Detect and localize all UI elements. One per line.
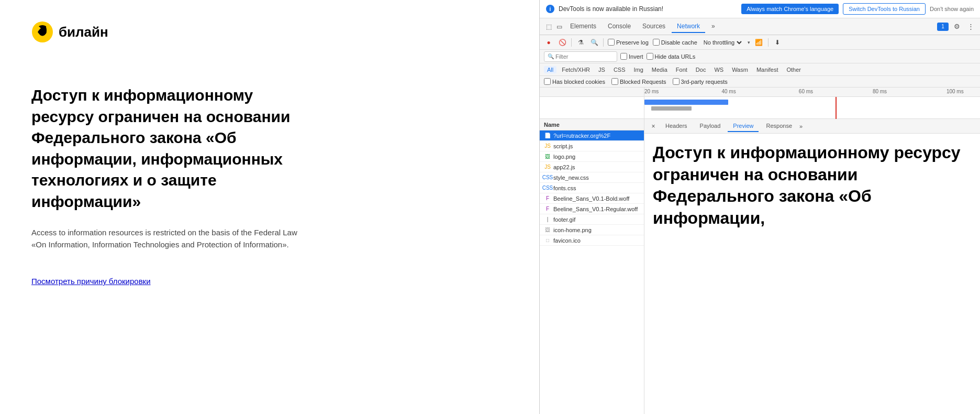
- main-page: билайн Доступ к информационному ресурсу …: [0, 0, 539, 414]
- waterfall-bars-row: [540, 97, 980, 119]
- network-list-item[interactable]: 🖼 icon-home.png: [540, 225, 644, 235]
- img-icon: 🖼: [544, 153, 551, 160]
- type-filter-other[interactable]: Other: [783, 66, 804, 73]
- tab-preview[interactable]: Preview: [728, 121, 759, 132]
- tab-sources[interactable]: Sources: [637, 20, 671, 33]
- network-toolbar: ● 🚫 ⚗ 🔍 Preserve log Disable cache No th…: [540, 35, 980, 50]
- filter-input-box[interactable]: 🔍: [544, 51, 617, 62]
- file-list-header: Name: [540, 119, 644, 130]
- preserve-log-label[interactable]: Preserve log: [608, 39, 649, 46]
- network-list-item[interactable]: 📄 ?url=rutracker.org%2F: [540, 130, 644, 141]
- clear-button[interactable]: 🚫: [558, 38, 567, 47]
- type-filter-fetch-xhr[interactable]: Fetch/XHR: [559, 66, 593, 73]
- view-reason-link[interactable]: Посмотреть причину блокировки: [31, 277, 151, 286]
- notification-badge[interactable]: 1: [937, 23, 949, 31]
- gif-icon: |: [544, 216, 551, 223]
- network-list-item[interactable]: CSS style_new.css: [540, 172, 644, 183]
- tab-more[interactable]: »: [706, 20, 720, 33]
- throttle-dropdown-icon: ▾: [748, 40, 750, 45]
- toolbar-separator-2: [603, 38, 604, 47]
- inspect-element-button[interactable]: ⬚: [544, 22, 553, 31]
- third-party-requests-checkbox[interactable]: [673, 78, 680, 85]
- main-content: Доступ к информационному ресурсу огранич…: [31, 74, 508, 297]
- beeline-logo: билайн: [31, 21, 508, 43]
- css-icon: CSS: [544, 174, 551, 181]
- tab-console[interactable]: Console: [603, 20, 636, 33]
- notification-text: DevTools is now available in Russian!: [559, 5, 737, 13]
- beeline-logo-text: билайн: [59, 24, 108, 40]
- type-filter-doc[interactable]: Doc: [693, 66, 709, 73]
- invert-filter-label[interactable]: Invert: [620, 53, 643, 60]
- disable-cache-label[interactable]: Disable cache: [653, 39, 697, 46]
- network-list-item[interactable]: | footer.gif: [540, 214, 644, 225]
- main-title-ru: Доступ к информационному ресурсу огранич…: [31, 85, 314, 212]
- network-list-item[interactable]: F Beeline_Sans_V0.1-Bold.woff: [540, 193, 644, 204]
- preserve-log-checkbox[interactable]: [608, 39, 615, 46]
- tab-response[interactable]: Response: [761, 121, 797, 132]
- file-name-rutracker: ?url=rutracker.org%2F: [553, 133, 642, 139]
- waterfall-timeline-header: 20 ms 40 ms 60 ms 80 ms 100 ms: [644, 88, 980, 96]
- network-list-item[interactable]: JS app22.js: [540, 162, 644, 172]
- wifi-icon[interactable]: 📶: [754, 38, 764, 47]
- type-filter-font[interactable]: Font: [673, 66, 691, 73]
- filter-search-icon: 🔍: [548, 53, 554, 59]
- tick-60ms: 60 ms: [799, 89, 813, 94]
- search-icon[interactable]: 🔍: [589, 38, 599, 47]
- type-filter-manifest[interactable]: Manifest: [753, 66, 782, 73]
- tab-network[interactable]: Network: [672, 20, 705, 33]
- preview-title-ru: Доступ к информационному ресурсу огранич…: [653, 142, 972, 229]
- file-name-icon-home: icon-home.png: [553, 227, 642, 233]
- hide-data-urls-label[interactable]: Hide data URLs: [647, 53, 696, 60]
- throttle-select[interactable]: No throttling: [701, 39, 743, 46]
- preview-tab-more[interactable]: »: [799, 123, 803, 129]
- tick-20ms: 20 ms: [644, 89, 659, 94]
- device-toolbar-button[interactable]: ▭: [554, 22, 564, 31]
- js-icon: JS: [544, 143, 551, 150]
- hide-data-urls-checkbox[interactable]: [647, 53, 653, 60]
- close-preview-button[interactable]: ×: [649, 122, 658, 131]
- type-filter-media[interactable]: Media: [649, 66, 671, 73]
- img-icon-2: 🖼: [544, 226, 551, 234]
- file-name-logopng: logo.png: [553, 154, 642, 160]
- match-language-button[interactable]: Always match Chrome's language: [741, 4, 839, 14]
- waterfall-bar-2: [651, 106, 692, 111]
- file-name-stylenew: style_new.css: [553, 175, 642, 181]
- name-column-header: Name: [544, 122, 560, 128]
- network-list-item[interactable]: JS script.js: [540, 141, 644, 151]
- switch-russian-button[interactable]: Switch DevTools to Russian: [843, 3, 926, 15]
- has-blocked-cookies-label[interactable]: Has blocked cookies: [544, 78, 605, 85]
- network-list-item[interactable]: □ favicon.ico: [540, 235, 644, 246]
- filter-input[interactable]: [555, 53, 614, 60]
- tab-headers[interactable]: Headers: [660, 121, 693, 132]
- font-icon-1: F: [544, 195, 551, 202]
- network-list-item[interactable]: CSS fonts.css: [540, 183, 644, 193]
- network-list-item[interactable]: 🖼 logo.png: [540, 151, 644, 162]
- blocked-requests-checkbox[interactable]: [611, 78, 618, 85]
- invert-checkbox[interactable]: [620, 53, 627, 60]
- third-party-requests-label[interactable]: 3rd-party requests: [673, 78, 728, 85]
- file-name-favicon: favicon.ico: [553, 237, 642, 244]
- network-list-item[interactable]: F Beeline_Sans_V0.1-Regular.woff: [540, 204, 644, 214]
- file-name-footer-gif: footer.gif: [553, 216, 642, 223]
- dismiss-notification[interactable]: Don't show again: [930, 6, 974, 12]
- settings-icon[interactable]: ⚙: [952, 21, 962, 32]
- record-button[interactable]: ●: [544, 38, 553, 47]
- type-filter-wasm[interactable]: Wasm: [729, 66, 751, 73]
- type-filter-js[interactable]: JS: [595, 66, 608, 73]
- type-filter-img[interactable]: Img: [631, 66, 647, 73]
- type-filter-css[interactable]: CSS: [610, 66, 629, 73]
- type-filter-ws[interactable]: WS: [711, 66, 727, 73]
- has-blocked-cookies-checkbox[interactable]: [544, 78, 551, 85]
- tab-elements[interactable]: Elements: [565, 20, 602, 33]
- disable-cache-checkbox[interactable]: [653, 39, 660, 46]
- type-filter-all[interactable]: All: [544, 66, 556, 73]
- tick-100ms: 100 ms: [946, 89, 964, 94]
- blocked-requests-label[interactable]: Blocked Requests: [611, 78, 666, 85]
- devtools-panel: i DevTools is now available in Russian! …: [539, 0, 980, 414]
- tab-payload[interactable]: Payload: [695, 121, 726, 132]
- import-export-icon[interactable]: ⬇: [773, 38, 782, 47]
- main-subtitle-en: Access to information resources is restr…: [31, 227, 304, 250]
- more-options-icon[interactable]: ⋮: [965, 21, 976, 32]
- filter-icon[interactable]: ⚗: [576, 38, 585, 47]
- file-name-regular-woff: Beeline_Sans_V0.1-Regular.woff: [553, 206, 642, 212]
